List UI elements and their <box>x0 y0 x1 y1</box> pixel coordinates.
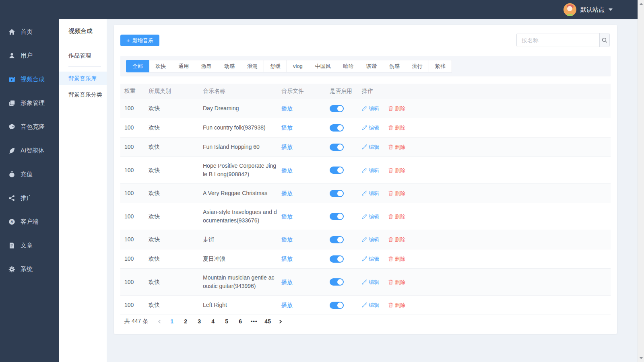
sidebar-item-promotion[interactable]: 推广 <box>0 186 59 210</box>
page-number[interactable]: 3 <box>194 316 205 327</box>
submenu-item-bgm-category[interactable]: 背景音乐分类 <box>59 88 107 101</box>
edit-button[interactable]: 编辑 <box>362 166 379 175</box>
edit-button[interactable]: 编辑 <box>362 143 379 151</box>
edit-button[interactable]: 编辑 <box>362 255 379 263</box>
play-link[interactable]: 播放 <box>281 213 293 220</box>
play-link[interactable]: 播放 <box>281 236 293 243</box>
table-row: 100 欢快 Fun country folk(937938) 播放 编辑 <box>120 118 611 138</box>
delete-button[interactable]: 删除 <box>388 189 405 197</box>
submenu-item-bgm-library[interactable]: 背景音乐库 <box>59 72 107 85</box>
category-tab[interactable]: 欢快 <box>149 60 172 72</box>
edit-button[interactable]: 编辑 <box>362 104 379 113</box>
delete-button[interactable]: 删除 <box>388 143 405 151</box>
delete-button[interactable]: 删除 <box>388 104 405 113</box>
category-tab[interactable]: 伤感 <box>383 60 406 72</box>
category-tab[interactable]: 激昂 <box>195 60 218 72</box>
pencil-icon <box>362 106 367 111</box>
page-number[interactable]: 6 <box>235 316 246 327</box>
search-input[interactable] <box>517 33 599 47</box>
category-tab[interactable]: 浪漫 <box>241 60 264 72</box>
enabled-toggle[interactable] <box>330 278 344 286</box>
enabled-toggle[interactable] <box>330 255 344 263</box>
toggle-knob <box>337 106 343 111</box>
site-switcher[interactable]: 默认站点 <box>564 3 613 16</box>
scroll-up-arrow-icon[interactable] <box>639 3 643 5</box>
category-tab[interactable]: 嘻哈 <box>337 60 360 72</box>
enabled-toggle[interactable] <box>330 236 344 243</box>
sidebar-item-voice-clone[interactable]: 音色克隆 <box>0 115 59 139</box>
cell-weight: 100 <box>120 208 144 226</box>
delete-button[interactable]: 删除 <box>388 212 405 221</box>
enabled-toggle[interactable] <box>330 190 344 197</box>
enabled-toggle[interactable] <box>330 167 344 174</box>
sidebar-item-client[interactable]: A 客户端 <box>0 210 59 234</box>
enabled-toggle[interactable] <box>330 144 344 151</box>
edit-button[interactable]: 编辑 <box>362 278 379 286</box>
sidebar-item-video-compose[interactable]: 视频合成 <box>0 68 59 91</box>
play-link[interactable]: 播放 <box>281 190 293 196</box>
delete-button[interactable]: 删除 <box>388 123 405 132</box>
page-number[interactable]: 4 <box>207 316 219 327</box>
page-number[interactable]: 2 <box>180 316 191 327</box>
delete-button[interactable]: 删除 <box>388 235 405 244</box>
enabled-toggle[interactable] <box>330 105 344 112</box>
add-music-button[interactable]: + 新增音乐 <box>120 35 159 46</box>
sidebar-item-recharge[interactable]: 充值 <box>0 162 59 186</box>
page-number[interactable]: 1 <box>166 316 178 327</box>
page-number[interactable]: 45 <box>262 316 273 327</box>
sidebar-item-home[interactable]: 首页 <box>0 20 59 44</box>
category-tab[interactable]: 舒缓 <box>264 60 287 72</box>
cell-weight: 100 <box>120 273 144 291</box>
delete-button[interactable]: 删除 <box>388 166 405 175</box>
edit-button[interactable]: 编辑 <box>362 235 379 244</box>
enabled-toggle[interactable] <box>330 124 344 132</box>
sidebar-item-system[interactable]: 系统 <box>0 257 59 281</box>
category-tab[interactable]: 通用 <box>172 60 195 72</box>
sidebar: 首页 用户 视频合成 形象管理 音色克隆 AI智能体 充值 推广 A 客户端 文… <box>0 19 59 362</box>
scroll-down-arrow-icon[interactable] <box>639 357 643 359</box>
cell-weight: 100 <box>120 250 144 268</box>
sidebar-item-ai-agent[interactable]: AI智能体 <box>0 139 59 162</box>
delete-button[interactable]: 删除 <box>388 301 405 309</box>
category-tab[interactable]: 中国风 <box>309 60 337 72</box>
play-link[interactable]: 播放 <box>281 105 293 111</box>
avatar[interactable] <box>564 3 576 16</box>
play-link[interactable]: 播放 <box>281 255 293 262</box>
edit-button[interactable]: 编辑 <box>362 189 379 197</box>
enabled-toggle[interactable] <box>330 302 344 309</box>
play-link[interactable]: 播放 <box>281 167 293 173</box>
play-link[interactable]: 播放 <box>281 144 293 150</box>
page-number[interactable]: 5 <box>221 316 232 327</box>
page-number[interactable]: ••• <box>248 316 260 327</box>
category-tab[interactable]: 全部 <box>126 60 149 72</box>
edit-button[interactable]: 编辑 <box>362 123 379 132</box>
sidebar-item-users[interactable]: 用户 <box>0 44 59 68</box>
enabled-toggle[interactable] <box>330 213 344 220</box>
category-tab[interactable]: 流行 <box>406 60 429 72</box>
delete-button[interactable]: 删除 <box>388 255 405 263</box>
table-header: 权重 所属类别 音乐名称 音乐文件 是否启用 操作 <box>120 84 611 99</box>
category-tab[interactable]: 紧张 <box>429 60 452 72</box>
play-link[interactable]: 播放 <box>281 302 293 308</box>
delete-button[interactable]: 删除 <box>388 278 405 286</box>
page-scrollbar[interactable] <box>638 0 644 362</box>
category-tab[interactable]: 诙谐 <box>360 60 383 72</box>
category-tab[interactable]: 动感 <box>218 60 241 72</box>
play-link[interactable]: 播放 <box>281 124 293 131</box>
chevron-down-icon <box>609 8 613 11</box>
table-row: 100 欢快 夏日冲浪 播放 编辑 删除 <box>120 249 611 269</box>
edit-button[interactable]: 编辑 <box>362 212 379 221</box>
category-tab[interactable]: vlog <box>287 60 309 72</box>
sidebar-item-image-manage[interactable]: 形象管理 <box>0 91 59 115</box>
edit-button[interactable]: 编辑 <box>362 301 379 309</box>
edit-label: 编辑 <box>369 166 379 175</box>
prev-page-button[interactable] <box>154 316 165 327</box>
sidebar-item-article[interactable]: 文章 <box>0 234 59 257</box>
next-page-button[interactable] <box>275 316 286 327</box>
cell-category: 欢快 <box>144 208 199 226</box>
col-category: 所属类别 <box>144 88 199 95</box>
sidebar-item-label: 音色克隆 <box>21 123 45 131</box>
submenu-item-works[interactable]: 作品管理 <box>59 49 107 62</box>
search-button[interactable] <box>599 33 609 47</box>
play-link[interactable]: 播放 <box>281 279 293 285</box>
